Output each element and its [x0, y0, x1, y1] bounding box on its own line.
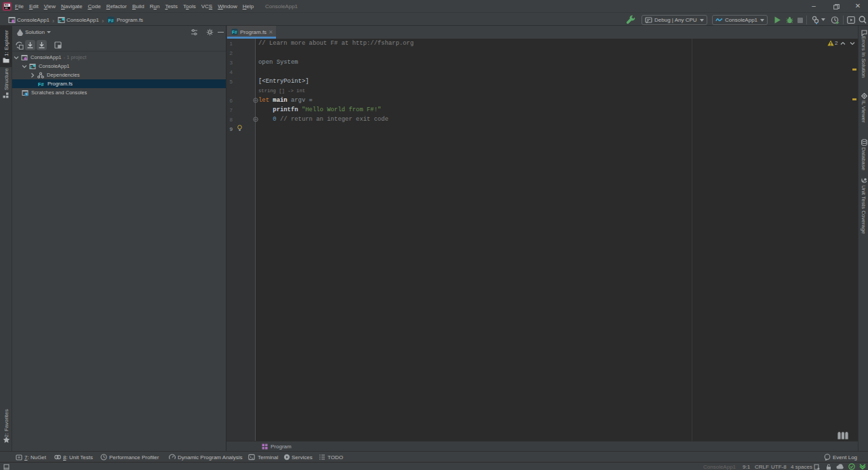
svg-text:F: F — [31, 65, 33, 69]
svg-text:F#: F# — [232, 30, 237, 35]
svg-text:RD: RD — [5, 3, 9, 7]
svg-text:F#: F# — [108, 18, 114, 23]
svg-text:F#: F# — [38, 81, 45, 87]
